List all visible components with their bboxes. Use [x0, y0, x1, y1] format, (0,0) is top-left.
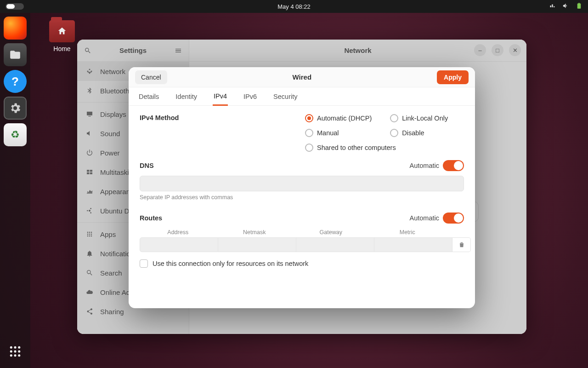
tab-identity[interactable]: Identity	[175, 88, 198, 105]
dns-label: DNS	[140, 162, 154, 169]
route-address-input[interactable]	[140, 237, 218, 252]
svg-point-5	[18, 351, 20, 353]
tab-security[interactable]: Security	[272, 88, 298, 105]
ipv4-method-label: IPv4 Method	[140, 114, 222, 121]
routes-col-address: Address	[140, 229, 216, 236]
volume-tray-icon[interactable]	[562, 2, 569, 11]
system-tray[interactable]	[549, 2, 582, 11]
dns-input[interactable]	[140, 176, 464, 191]
apply-button[interactable]: Apply	[437, 70, 469, 84]
tab-details[interactable]: Details	[138, 88, 160, 105]
dns-hint: Separate IP addresses with commas	[140, 194, 464, 201]
routes-col-netmask: Netmask	[216, 229, 293, 236]
svg-point-0	[10, 346, 12, 349]
dock-show-apps[interactable]	[5, 341, 25, 362]
top-bar: May 4 08:22	[0, 0, 588, 13]
dock-firefox[interactable]	[4, 17, 27, 40]
tab-ipv6[interactable]: IPv6	[243, 88, 258, 105]
activities-pill[interactable]	[6, 3, 24, 10]
radio-shared[interactable]: Shared to other computers	[305, 144, 457, 152]
dock: ? ♻	[0, 13, 30, 368]
svg-point-1	[14, 346, 17, 349]
dns-auto-switch[interactable]	[443, 160, 464, 171]
network-tray-icon[interactable]	[549, 2, 556, 11]
clock[interactable]: May 4 08:22	[277, 3, 311, 10]
dock-help[interactable]: ?	[4, 70, 27, 93]
radio-auto-dhcp[interactable]: Automatic (DHCP)	[305, 114, 372, 122]
radio-manual[interactable]: Manual	[305, 129, 372, 137]
routes-auto-switch[interactable]	[443, 213, 464, 224]
dns-auto-label: Automatic	[410, 162, 439, 169]
svg-point-7	[14, 354, 17, 356]
route-metric-input[interactable]	[374, 237, 452, 252]
tab-ipv4[interactable]: IPv4	[213, 88, 228, 106]
cancel-button[interactable]: Cancel	[135, 70, 167, 84]
svg-point-4	[14, 351, 17, 353]
only-resources-checkbox[interactable]	[140, 259, 148, 268]
dock-files[interactable]	[4, 43, 27, 66]
dock-trash[interactable]: ♻	[4, 123, 27, 146]
wired-settings-dialog: Cancel Wired Apply Details Identity IPv4…	[129, 67, 475, 308]
radio-disable[interactable]: Disable	[390, 129, 457, 137]
battery-tray-icon[interactable]	[576, 2, 582, 11]
only-resources-label: Use this connection only for resources o…	[153, 260, 308, 267]
route-netmask-input[interactable]	[218, 237, 296, 252]
routes-col-metric: Metric	[369, 229, 446, 236]
svg-point-2	[18, 346, 20, 349]
svg-point-3	[10, 351, 12, 353]
svg-point-8	[18, 354, 20, 356]
desktop-home-folder[interactable]: Home	[46, 20, 78, 52]
routes-auto-label: Automatic	[410, 214, 439, 222]
dock-settings[interactable]	[4, 97, 27, 120]
radio-link-local[interactable]: Link-Local Only	[390, 114, 457, 122]
route-gateway-input[interactable]	[296, 237, 374, 252]
svg-point-6	[10, 354, 12, 356]
dialog-title: Wired	[293, 73, 312, 81]
routes-label: Routes	[140, 214, 162, 222]
desktop-home-label: Home	[46, 45, 78, 52]
route-delete-button[interactable]	[452, 237, 471, 252]
routes-col-gateway: Gateway	[293, 229, 369, 236]
dialog-tabs: Details Identity IPv4 IPv6 Security	[129, 87, 475, 106]
